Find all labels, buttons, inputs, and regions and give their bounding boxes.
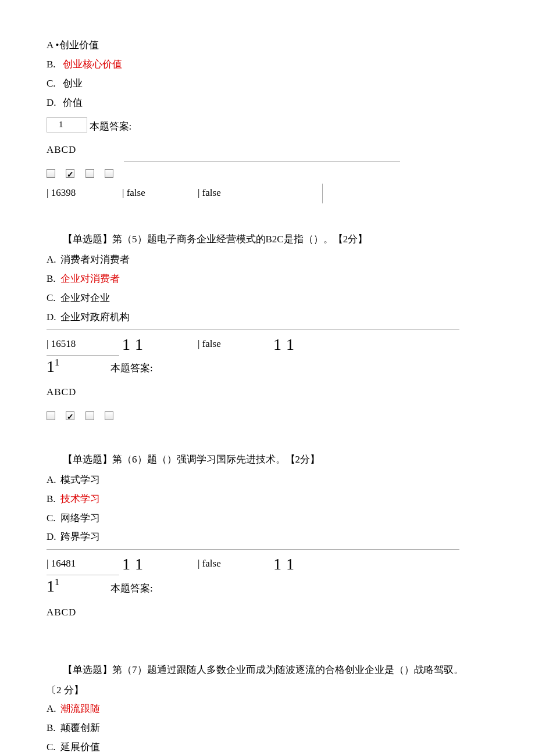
q5-answer-row: 11 本题答案:	[47, 357, 488, 378]
option-c: C.延展价值	[47, 739, 488, 756]
ones-answer: 11	[47, 357, 59, 378]
checkbox-b[interactable]	[66, 411, 74, 420]
option-label-b: B.	[47, 720, 60, 737]
one-a: 1	[122, 336, 130, 353]
one-a: 1	[122, 556, 130, 572]
checkbox-d[interactable]	[105, 411, 113, 420]
option-label-c: C.	[47, 76, 60, 92]
divider-short	[47, 355, 119, 356]
q5-data-row: | 16518 11 | false 11	[47, 335, 488, 353]
q6-points: 【2分】	[286, 454, 320, 465]
q4-checkbox-row	[47, 164, 488, 181]
option-text-d: 跨界学习	[60, 531, 100, 542]
divider-line	[124, 161, 400, 162]
option-label-a: A •	[47, 40, 59, 51]
checkbox-b[interactable]	[66, 169, 74, 178]
option-label-c: C.	[47, 739, 60, 756]
answer-label: 本题答案:	[110, 360, 153, 377]
checkbox-d[interactable]	[105, 169, 113, 178]
q7: 【单选题】第（7）题通过跟随人多数企业而成为随波逐流的合格创业企业是（）战略驾驭…	[47, 662, 488, 756]
option-label-b: B.	[47, 491, 60, 508]
q7-text: 【单选题】第（7）题通过跟随人多数企业而成为随波逐流的合格创业企业是（）战略驾驭…	[63, 664, 463, 675]
option-label-d: D.	[47, 529, 60, 546]
one-sup: 1	[55, 577, 59, 587]
option-c: C.网络学习	[47, 510, 488, 527]
option-d: D.跨界学习	[47, 529, 488, 546]
q5-checkbox-row	[47, 407, 488, 424]
cell-id: | 16481	[47, 554, 122, 572]
one-sup: 1	[55, 357, 59, 367]
option-d: D.企业对政府机构	[47, 309, 488, 326]
answer-label: 本题答案:	[110, 581, 153, 597]
cell-false2: | false	[198, 184, 273, 203]
option-text-c: 网络学习	[60, 513, 100, 524]
option-label-b: B.	[47, 56, 60, 73]
q7-points: 〔2 分】	[47, 682, 488, 699]
cell-ones-2: 11	[273, 335, 323, 353]
option-label-c: C.	[47, 290, 60, 307]
option-d: D. 价值	[47, 95, 488, 112]
q6-answer-row: 11 本题答案:	[47, 576, 488, 597]
option-a: A •创业价值	[47, 37, 488, 54]
q5: 【单选题】第（5）题电子商务企业经营模式的B2C是指（）。【2分】 A.消费者对…	[47, 231, 488, 424]
answer-label: 本题答案:	[90, 121, 132, 132]
option-text-b: 企业对消费者	[60, 273, 120, 284]
option-label-c: C.	[47, 510, 60, 527]
q6-data-row: | 16481 11 | false 11	[47, 554, 488, 572]
cell-id: | 16398	[47, 184, 122, 203]
q5-header: 【单选题】第（5）题电子商务企业经营模式的B2C是指（）。【2分】	[47, 231, 488, 248]
option-text-a: 模式学习	[60, 474, 100, 485]
option-text-b: 技术学习	[60, 493, 100, 504]
answer-box: 1	[47, 117, 87, 132]
cell-id: | 16518	[47, 335, 122, 353]
option-label-a: A.	[47, 701, 60, 718]
option-text-c: 企业对企业	[60, 292, 110, 303]
checkbox-a[interactable]	[47, 411, 55, 420]
option-label-a: A.	[47, 252, 60, 268]
q6-header: 【单选题】第（6）题（）强调学习国际先进技术。【2分】	[47, 452, 488, 468]
option-text-b: 颠覆创新	[60, 722, 100, 733]
option-text-c: 创业	[63, 78, 83, 89]
one-b: 1	[135, 556, 143, 572]
option-text-a: 创业价值	[59, 40, 99, 51]
q4-answer-line: 1本题答案:	[47, 119, 488, 135]
q5-text: 【单选题】第（5）题电子商务企业经营模式的B2C是指（）。	[63, 234, 333, 245]
option-a: A.消费者对消费者	[47, 252, 488, 268]
cell-false1: | false	[122, 184, 198, 203]
divider-line	[47, 329, 459, 330]
cell-empty	[273, 184, 323, 203]
one-c: 1	[273, 556, 281, 572]
option-a: A.潮流跟随	[47, 701, 488, 718]
option-c: C.企业对企业	[47, 290, 488, 307]
cell-false: | false	[198, 554, 273, 572]
checkbox-c[interactable]	[85, 169, 94, 178]
cell-ones-1: 11	[122, 554, 198, 572]
option-b: B.企业对消费者	[47, 271, 488, 288]
cell-ones-2: 11	[273, 554, 323, 572]
option-text-b: 创业核心价值	[63, 59, 122, 70]
option-text-c: 延展价值	[60, 741, 100, 753]
q4-options: A •创业价值 B. 创业核心价值 C. 创业 D. 价值	[47, 37, 488, 112]
option-text-a: 潮流跟随	[60, 703, 100, 714]
one-c: 1	[273, 336, 281, 353]
cell-false: | false	[198, 335, 273, 353]
q6: 【单选题】第（6）题（）强调学习国际先进技术。【2分】 A.模式学习 B.技术学…	[47, 452, 488, 621]
ones-answer: 11	[47, 576, 59, 597]
option-label-d: D.	[47, 95, 60, 112]
q4-data-row: | 16398 | false | false	[47, 184, 488, 203]
q7-header: 【单选题】第（7）题通过跟随人多数企业而成为随波逐流的合格创业企业是（）战略驾驭…	[47, 662, 488, 679]
one-d: 1	[286, 556, 294, 572]
checkbox-c[interactable]	[85, 411, 94, 420]
one-big: 1	[47, 577, 55, 595]
checkbox-a[interactable]	[47, 169, 55, 178]
option-label-a: A.	[47, 472, 60, 489]
option-b: B. 创业核心价值	[47, 56, 488, 73]
option-label-b: B.	[47, 271, 60, 288]
abcd-label: ABCD	[47, 604, 488, 621]
option-text-d: 企业对政府机构	[60, 311, 130, 323]
one-d: 1	[286, 336, 294, 353]
one-b: 1	[135, 336, 143, 353]
option-a: A.模式学习	[47, 472, 488, 489]
option-b: B.技术学习	[47, 491, 488, 508]
divider-line	[47, 549, 459, 550]
